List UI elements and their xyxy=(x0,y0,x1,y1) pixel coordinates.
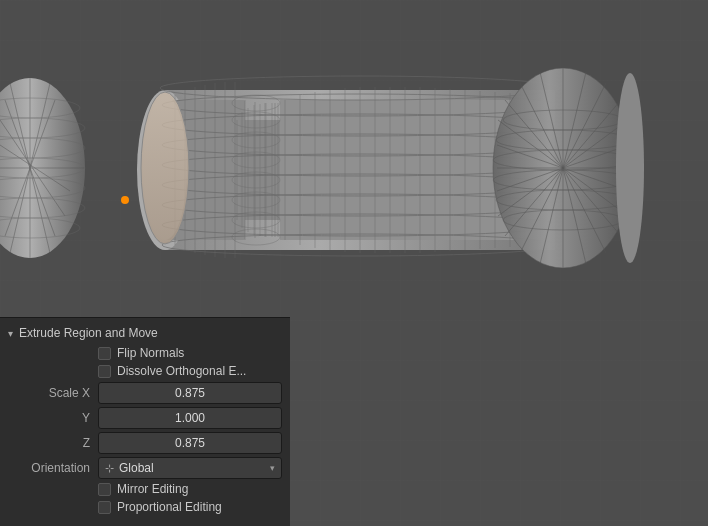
proportional-editing-checkbox[interactable] xyxy=(98,501,111,514)
dissolve-checkbox[interactable] xyxy=(98,365,111,378)
scale-y-label: Y xyxy=(8,411,98,425)
mirror-editing-label: Mirror Editing xyxy=(117,482,188,496)
flip-normals-label: Flip Normals xyxy=(117,346,184,360)
proportional-editing-label: Proportional Editing xyxy=(117,500,222,514)
dissolve-row: Dissolve Orthogonal E... xyxy=(8,364,282,378)
scale-x-value: 0.875 xyxy=(175,386,205,400)
scale-z-row: Z 0.875 xyxy=(8,432,282,454)
orientation-label: Orientation xyxy=(8,461,98,475)
dissolve-label: Dissolve Orthogonal E... xyxy=(117,364,246,378)
scale-y-field[interactable]: 1.000 xyxy=(98,407,282,429)
svg-point-66 xyxy=(616,73,644,263)
scale-z-field[interactable]: 0.875 xyxy=(98,432,282,454)
orientation-value: Global xyxy=(119,461,154,475)
panel-chevron-icon: ▾ xyxy=(8,328,13,339)
scale-x-field[interactable]: 0.875 xyxy=(98,382,282,404)
scale-z-value: 0.875 xyxy=(175,436,205,450)
selected-vertex xyxy=(121,196,129,204)
mirror-editing-row: Mirror Editing xyxy=(8,482,282,496)
flip-normals-checkbox[interactable] xyxy=(98,347,111,360)
scale-x-label: Scale X xyxy=(8,386,98,400)
operator-panel: ▾ Extrude Region and Move Flip Normals D… xyxy=(0,317,290,526)
scale-z-label: Z xyxy=(8,436,98,450)
scale-y-row: Y 1.000 xyxy=(8,407,282,429)
scale-x-row: Scale X 0.875 xyxy=(8,382,282,404)
panel-content: Flip Normals Dissolve Orthogonal E... Sc… xyxy=(0,346,290,514)
flip-normals-row: Flip Normals xyxy=(8,346,282,360)
orientation-row: Orientation ⊹ Global ▾ xyxy=(8,457,282,479)
proportional-editing-row: Proportional Editing xyxy=(8,500,282,514)
scale-y-value: 1.000 xyxy=(175,411,205,425)
mirror-editing-checkbox[interactable] xyxy=(98,483,111,496)
orientation-select[interactable]: ⊹ Global ▾ xyxy=(98,457,282,479)
panel-header[interactable]: ▾ Extrude Region and Move xyxy=(0,324,290,346)
orientation-dropdown-icon: ▾ xyxy=(270,463,275,473)
orientation-icon: ⊹ xyxy=(105,462,114,475)
panel-title: Extrude Region and Move xyxy=(19,326,158,340)
